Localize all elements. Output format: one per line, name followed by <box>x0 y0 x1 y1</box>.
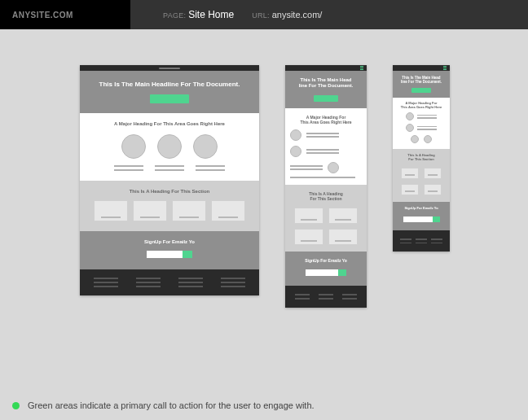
feature-icon <box>411 135 419 143</box>
wireframe-canvas: This Is The Main Headline For The Docume… <box>0 29 528 308</box>
mock-footer <box>393 230 450 252</box>
feature-icon <box>157 134 182 159</box>
cta-button[interactable] <box>314 95 338 102</box>
card[interactable] <box>294 229 323 245</box>
cards-heading: This Is A Heading For This Section <box>88 189 251 194</box>
card[interactable] <box>294 208 323 224</box>
feature-icon <box>406 112 414 120</box>
hero-section: This Is The Main Head line For The Docum… <box>393 71 450 98</box>
mock-header <box>393 65 450 71</box>
card[interactable] <box>94 200 128 221</box>
mock-mobile: This Is The Main Head line For The Docum… <box>393 65 450 252</box>
signup-section: SignUp For Emailz Yo <box>393 202 450 230</box>
submit-button[interactable] <box>433 217 440 222</box>
features-section: A Major Heading For This Area Goes Right… <box>393 98 450 149</box>
email-input[interactable] <box>147 251 183 258</box>
card[interactable] <box>328 208 358 224</box>
legend-dot-icon <box>12 402 20 409</box>
cards-section: This Is A Heading For This Section <box>393 149 450 202</box>
features-heading: A Major Heading For This Area Goes Right… <box>88 121 251 126</box>
cta-button[interactable] <box>150 94 189 103</box>
signup-section: SignUp For Emailz Yo <box>285 252 367 286</box>
legend-text: Green areas indicate a primary call to a… <box>28 400 315 410</box>
card[interactable] <box>401 168 419 179</box>
feature-icon <box>328 162 339 173</box>
features-heading: A Major Heading For This Area Goes Right… <box>395 102 447 109</box>
hamburger-icon[interactable] <box>443 66 447 70</box>
cards-section: This Is A Heading For This Section <box>80 181 259 231</box>
features-heading: A Major Heading For This Area Goes Right… <box>290 115 362 125</box>
features-section: A Major Heading For This Area Goes Right… <box>285 108 367 185</box>
mock-header <box>80 65 259 71</box>
hero-section: This Is The Main Headline For The Docume… <box>80 71 259 113</box>
cards-section: This Is A Heading For This Section <box>285 185 367 252</box>
mock-tablet: This Is The Main Head line For The Docum… <box>285 65 367 308</box>
mock-footer <box>80 269 259 295</box>
card[interactable] <box>211 200 245 221</box>
card[interactable] <box>328 229 358 245</box>
card[interactable] <box>133 200 167 221</box>
cards-heading: This Is A Heading For This Section <box>396 154 447 161</box>
email-input[interactable] <box>403 217 433 222</box>
signup-heading: SignUp For Emailz Yo <box>396 207 447 210</box>
hero-headline: This Is The Main Headline For The Docume… <box>99 81 240 88</box>
hero-section: This Is The Main Head line For The Docum… <box>285 71 367 108</box>
hamburger-icon[interactable] <box>360 66 363 70</box>
cards-heading: This Is A Heading For This Section <box>290 191 362 201</box>
feature-icon <box>290 146 301 157</box>
feature-icon <box>406 124 414 132</box>
url-label: URL: <box>252 11 270 20</box>
feature-icon <box>424 135 432 143</box>
top-bar: ANYSITE.COM PAGE: Site Home URL: anysite… <box>0 0 528 29</box>
signup-heading: SignUp For Emailz Yo <box>290 258 362 263</box>
signup-section: SignUp For Emailz Yo <box>80 231 259 269</box>
submit-button[interactable] <box>183 251 192 258</box>
page-label: PAGE: <box>163 11 186 20</box>
feature-icon <box>193 134 218 159</box>
hero-headline: This Is The Main Head line For The Docum… <box>401 76 442 84</box>
feature-icon <box>121 134 146 159</box>
mock-desktop: This Is The Main Headline For The Docume… <box>80 65 259 295</box>
card[interactable] <box>172 200 206 221</box>
mock-footer <box>285 286 367 308</box>
submit-button[interactable] <box>338 269 346 276</box>
cta-button[interactable] <box>411 88 431 93</box>
email-input[interactable] <box>306 269 338 276</box>
brand-label: ANYSITE.COM <box>0 0 130 29</box>
feature-icon <box>290 129 301 141</box>
card[interactable] <box>424 168 442 179</box>
page-value: Site Home <box>188 9 234 20</box>
card[interactable] <box>401 184 419 195</box>
signup-heading: SignUp For Emailz Yo <box>88 239 251 244</box>
topbar-meta: PAGE: Site Home URL: anysite.com/ <box>130 9 322 20</box>
features-section: A Major Heading For This Area Goes Right… <box>80 113 259 181</box>
legend: Green areas indicate a primary call to a… <box>12 400 315 410</box>
mock-header <box>285 65 367 71</box>
url-value: anysite.com/ <box>272 10 323 20</box>
card[interactable] <box>424 184 442 195</box>
hero-headline: This Is The Main Head line For The Docum… <box>299 77 354 89</box>
